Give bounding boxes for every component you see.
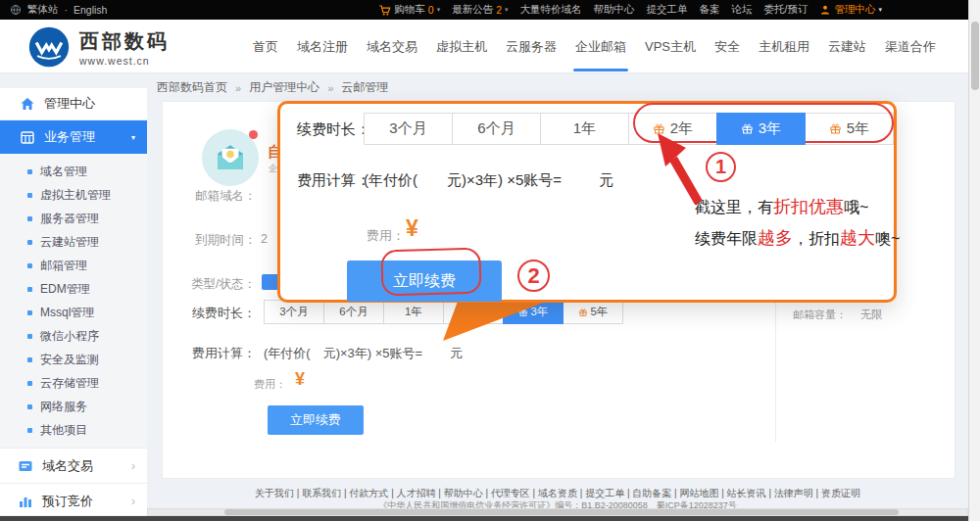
footer-links[interactable]: 关于我们 | 联系我们 | 付款方式 | 人才招聘 | 帮助中心 | 代理专区 …	[147, 487, 968, 500]
sidebar-item-server-mgmt[interactable]: 服务器管理	[0, 207, 147, 230]
duration-option-3m[interactable]: 3个月	[264, 300, 324, 324]
nav-site-builder[interactable]: 云建站	[828, 38, 866, 56]
duration-options-zoomed: 3个月 6个月 1年 2年 3年 5年	[364, 113, 894, 145]
sidebar-group-business[interactable]: 业务管理 ▾	[0, 120, 147, 154]
lang-traditional-link[interactable]: 繁体站	[27, 3, 59, 17]
nav-domain-register[interactable]: 域名注册	[297, 38, 348, 56]
gift-icon	[578, 308, 588, 317]
nav-enterprise-mail[interactable]: 企业邮箱	[575, 38, 626, 56]
renew-help-popup: 续费时长： 3个月 6个月 1年 2年 3年 5年 费用计算： (年付价( 元)…	[277, 101, 897, 303]
nav-channel[interactable]: 渠道合作	[885, 38, 936, 56]
duration-option-3y[interactable]: 3年	[716, 113, 806, 145]
topbar-link-ticket[interactable]: 提交工单	[647, 3, 688, 17]
expire-time-label: 到期时间：	[195, 232, 257, 249]
main-nav: 首页 域名注册 域名交易 虚拟主机 云服务器 企业邮箱 VPS主机 安全 主机租…	[253, 20, 936, 73]
duration-option-2y[interactable]: 2年	[443, 300, 504, 324]
site-header: 西部数码 www.west.cn 首页 域名注册 域名交易 虚拟主机 云服务器 …	[0, 20, 980, 73]
topbar-link-beian[interactable]: 备案	[700, 3, 720, 17]
grid-icon	[20, 129, 35, 145]
duration-option-3y[interactable]: 3年	[503, 300, 564, 324]
duration-option-6m[interactable]: 6个月	[452, 113, 541, 145]
nav-virtual-host[interactable]: 虚拟主机	[436, 38, 487, 56]
gift-icon	[741, 122, 754, 135]
cart-link[interactable]: 购物车 0 ▾	[378, 3, 440, 17]
sidebar-item-cloud-storage[interactable]: 云存储管理	[0, 371, 147, 395]
nav-home[interactable]: 首页	[253, 38, 278, 56]
promo-line-1: 戳这里，有折扣优惠哦~	[695, 195, 868, 218]
chevron-down-icon: ▾	[878, 6, 882, 14]
nav-vps[interactable]: VPS主机	[645, 38, 696, 56]
sidebar-item-domain-mgmt[interactable]: 域名管理	[0, 160, 147, 183]
duration-label: 续费时长：	[192, 305, 256, 322]
topbar-link-forum[interactable]: 论坛	[732, 3, 753, 17]
sidebar-item-domain-trade[interactable]: 域名交易 ›	[0, 448, 147, 483]
topbar-link-help[interactable]: 帮助中心	[594, 3, 635, 17]
vertical-scrollbar-thumb[interactable]	[971, 22, 979, 90]
sidebar-submenu: 域名管理 虚拟主机管理 服务器管理 云建站管理 邮箱管理 EDM管理 Mssql…	[0, 154, 147, 448]
nav-cloud-server[interactable]: 云服务器	[506, 38, 557, 56]
sidebar-item-other[interactable]: 其他项目	[0, 418, 147, 442]
site-logo[interactable]: 西部数码 www.west.cn	[27, 25, 170, 69]
step-2-badge: 2	[517, 260, 550, 292]
vertical-scrollbar[interactable]	[968, 0, 980, 521]
renew-now-button[interactable]: 立即续费	[347, 260, 502, 302]
account-menu[interactable]: 管理中心 ▾	[819, 3, 882, 17]
topbar-link-entrust[interactable]: 委托/预订	[764, 3, 808, 17]
promo-line-2: 续费年限越多，折扣越大噢~	[695, 226, 900, 250]
renew-now-button[interactable]: 立即续费	[268, 405, 364, 435]
duration-label: 续费时长：	[297, 120, 370, 139]
chevron-down-icon: ▾	[505, 6, 509, 14]
bullet-icon	[27, 193, 32, 198]
nav-host-rental[interactable]: 主机租用	[759, 38, 809, 56]
bullet-icon	[27, 263, 32, 268]
cart-icon	[378, 4, 391, 17]
bullet-icon	[27, 381, 32, 386]
notice-count: 2	[496, 4, 502, 16]
panel-divider	[775, 295, 776, 442]
logo-title: 西部数码	[79, 28, 170, 55]
globe-icon	[10, 4, 22, 16]
bar-chart-icon	[18, 494, 33, 509]
duration-option-2y[interactable]: 2年	[628, 113, 717, 145]
gift-icon	[653, 122, 665, 135]
duration-option-5y[interactable]: 5年	[805, 113, 894, 145]
gift-icon	[459, 308, 468, 317]
calc-label: 费用计算：	[192, 345, 256, 362]
bullet-icon	[27, 287, 32, 292]
breadcrumb-separator: »	[235, 82, 241, 94]
breadcrumb-user-center[interactable]: 用户管理中心	[249, 79, 319, 96]
duration-option-5y[interactable]: 5年	[563, 300, 623, 324]
duration-option-1y[interactable]: 1年	[540, 113, 629, 145]
sidebar-item-wechat-mini[interactable]: 微信小程序	[0, 324, 147, 348]
bullet-icon	[27, 357, 32, 362]
horizontal-scrollbar[interactable]	[147, 508, 968, 516]
sidebar: 管理中心 业务管理 ▾ 域名管理 虚拟主机管理 服务器管理 云建站管理 邮箱管理…	[0, 88, 147, 515]
duration-option-1y[interactable]: 1年	[383, 300, 444, 324]
sidebar-item-vhost-mgmt[interactable]: 虚拟主机管理	[0, 183, 147, 207]
sidebar-item-network-service[interactable]: 网络服务	[0, 395, 147, 418]
sidebar-item-security-monitor[interactable]: 安全及监测	[0, 348, 147, 371]
sidebar-item-edm-mgmt[interactable]: EDM管理	[0, 277, 147, 301]
sidebar-item-sitebuilder-mgmt[interactable]: 云建站管理	[0, 230, 147, 254]
breadcrumb-home[interactable]: 西部数码首页	[157, 79, 227, 96]
duration-option-6m[interactable]: 6个月	[323, 300, 384, 324]
currency-symbol: ¥	[406, 215, 418, 242]
logo-url: www.west.cn	[79, 55, 170, 67]
bullet-icon	[27, 216, 32, 221]
sidebar-item-mssql-mgmt[interactable]: Mssql管理	[0, 301, 147, 324]
nav-domain-trade[interactable]: 域名交易	[367, 38, 417, 56]
bullet-icon	[27, 404, 32, 409]
top-utility-bar: 繁体站 · English 购物车 0 ▾ 最新公告 2 ▾ 大量特价域名 帮助…	[0, 0, 980, 20]
notice-link[interactable]: 最新公告 2 ▾	[452, 3, 508, 17]
topbar-link-deals[interactable]: 大量特价域名	[520, 3, 582, 17]
horizontal-scrollbar-thumb[interactable]	[224, 509, 899, 515]
nav-security[interactable]: 安全	[714, 38, 740, 56]
sidebar-item-management-center[interactable]: 管理中心	[0, 88, 147, 120]
sidebar-item-mail-mgmt[interactable]: 邮箱管理	[0, 254, 147, 277]
chevron-down-icon: ▾	[437, 6, 441, 14]
duration-option-3m[interactable]: 3个月	[364, 113, 453, 145]
lang-dot: ·	[65, 4, 69, 16]
breadcrumb: 西部数码首页 » 用户管理中心 » 云邮管理	[157, 79, 388, 96]
sidebar-item-preorder-bid[interactable]: 预订竞价 ›	[0, 483, 147, 515]
lang-english-link[interactable]: English	[74, 4, 107, 16]
